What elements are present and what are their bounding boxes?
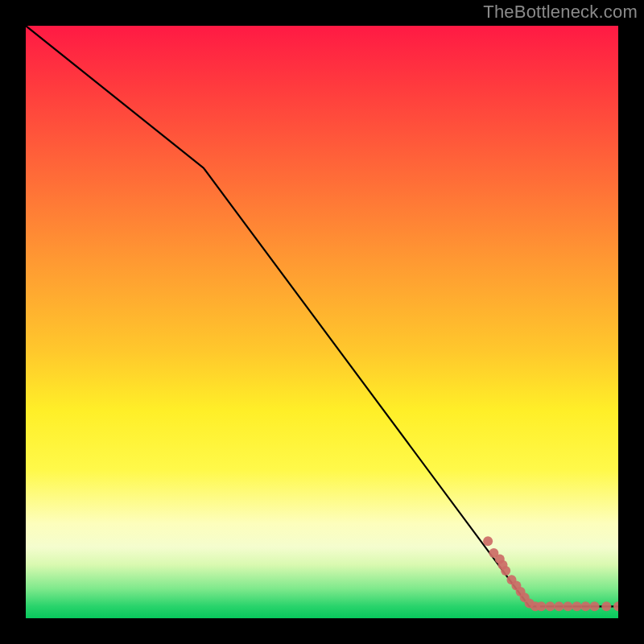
svg-point-16 bbox=[581, 601, 591, 611]
svg-point-19 bbox=[613, 601, 618, 611]
svg-point-15 bbox=[572, 601, 582, 611]
watermark-text: TheBottleneck.com bbox=[483, 2, 638, 23]
svg-point-0 bbox=[483, 536, 493, 546]
svg-point-13 bbox=[554, 601, 564, 611]
plot-area bbox=[26, 26, 618, 618]
svg-point-18 bbox=[601, 601, 611, 611]
svg-point-11 bbox=[536, 601, 546, 611]
svg-point-14 bbox=[563, 601, 572, 611]
marker-cluster bbox=[483, 536, 618, 611]
svg-point-4 bbox=[501, 566, 510, 576]
chart-svg bbox=[26, 26, 618, 618]
chart-frame: TheBottleneck.com bbox=[0, 0, 644, 644]
svg-point-17 bbox=[590, 601, 600, 611]
svg-point-12 bbox=[545, 601, 555, 611]
curve-line bbox=[26, 26, 618, 606]
